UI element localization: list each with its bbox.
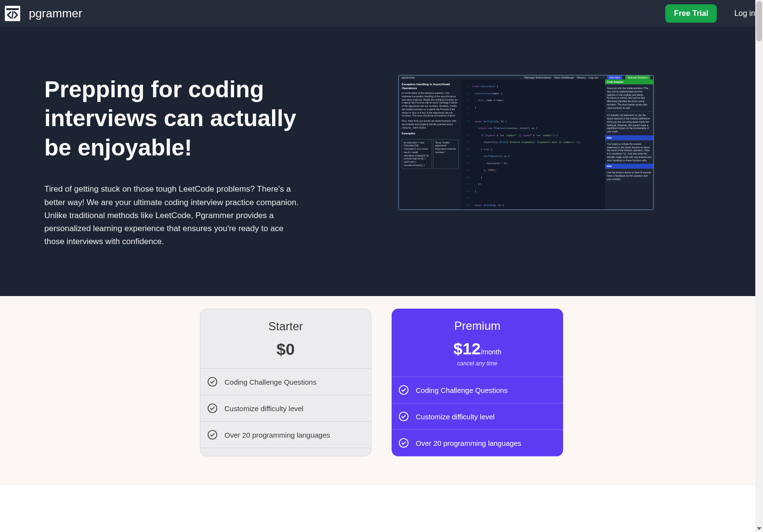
plan-feature-label: Over 20 programming languages — [224, 431, 330, 439]
plan-name: Premium — [401, 319, 553, 333]
plan-name: Starter — [210, 320, 361, 333]
shot-prompt-body2: Also, show how you would use these funct… — [402, 119, 459, 129]
check-circle-icon — [398, 411, 409, 422]
plan-premium: Premium $12/month cancel any time Coding… — [392, 309, 563, 456]
shot-prompt-panel: Exception Handling in Async/Await Operat… — [399, 79, 461, 210]
svg-point-3 — [399, 386, 408, 394]
plan-features: Coding Challenge Questions Customize dif… — [392, 377, 563, 456]
svg-point-2 — [208, 430, 217, 439]
svg-point-0 — [208, 377, 217, 386]
plan-feature-label: Coding Challenge Questions — [224, 378, 316, 386]
pricing-section: Starter $0 Coding Challenge Questions Cu… — [0, 296, 763, 485]
plan-feature-label: Customize difficulty level — [224, 404, 303, 413]
shot-examples-label: Examples — [402, 131, 459, 135]
hero-text: Prepping for coding interviews can actua… — [44, 75, 314, 248]
shot-menu-item: History — [577, 76, 586, 79]
shot-menu-item: Log out — [589, 76, 598, 79]
plan-feature-label: Over 20 programming languages — [416, 439, 521, 447]
brand-name[interactable]: pgrammer — [29, 7, 82, 20]
free-trial-button[interactable]: Free Trial — [665, 4, 717, 23]
check-circle-icon — [207, 376, 218, 387]
shot-panel-body: Great job with the implementation! The w… — [605, 84, 653, 111]
shot-hint-title: Hint — [605, 135, 653, 140]
hero-subtitle: Tired of getting stuck on those tough Le… — [44, 182, 304, 248]
plan-feature: Coding Challenge Questions — [200, 369, 371, 395]
shot-menu-item: New Challenge — [554, 76, 574, 79]
shot-hint-body: You forgot to include the resolve statem… — [605, 140, 653, 164]
shot-panel-title: Code Analysis — [605, 79, 653, 84]
shot-analysis-panel: Code Analysis Great job with the impleme… — [605, 79, 653, 210]
product-screenshot: pgrammer Manage Subscription New Challen… — [398, 75, 654, 210]
plan-feature: Over 20 programming languages — [392, 430, 563, 456]
shot-example-out: "Error: Invalid arguments: Arguments mus… — [433, 139, 459, 169]
shot-menu-item: Manage Subscription — [524, 76, 551, 79]
check-circle-icon — [207, 429, 218, 440]
plan-features: Coding Challenge Questions Customize dif… — [200, 369, 371, 448]
shot-panel-body2: It's actually not necessary to use the a… — [605, 111, 653, 135]
shot-brand: pgrammer — [402, 76, 415, 79]
shot-hint-title2: Hint — [605, 164, 653, 169]
hero-section: Prepping for coding interviews can actua… — [0, 27, 763, 296]
shot-editor: 1class Calculator { 2 constructor(name) … — [461, 79, 605, 210]
plan-price: $0 — [210, 340, 361, 359]
shot-submit-button: Submit Solution — [625, 76, 650, 79]
shot-hint-body2: Use the buttons above to have AI provide… — [605, 169, 653, 182]
plan-note: cancel any time — [401, 360, 553, 367]
plan-starter: Starter $0 Coding Challenge Questions Cu… — [200, 309, 371, 456]
logo-icon[interactable] — [5, 6, 20, 21]
plan-feature-label: Coding Challenge Questions — [416, 386, 508, 394]
plan-feature-label: Customize difficulty level — [416, 413, 495, 421]
hero-screenshot-container: pgrammer Manage Subscription New Challen… — [333, 75, 719, 210]
hero-title: Prepping for coding interviews can actua… — [44, 75, 314, 162]
top-navbar: pgrammer Free Trial Log in — [0, 0, 763, 27]
plan-feature: Customize difficulty level — [200, 395, 371, 422]
shot-example-code: let calculator = new Calculator('My Calc… — [402, 139, 432, 169]
shot-get-hint-button: Get Hint — [607, 76, 622, 79]
svg-point-5 — [399, 439, 408, 447]
shot-prompt-body: In continuation of the previous question… — [402, 91, 459, 117]
plan-price: $12/month — [401, 339, 553, 358]
svg-point-4 — [399, 412, 408, 421]
plan-feature: Customize difficulty level — [392, 403, 563, 430]
svg-point-1 — [208, 404, 217, 413]
check-circle-icon — [398, 385, 409, 395]
plan-feature: Over 20 programming languages — [200, 422, 371, 448]
check-circle-icon — [207, 403, 218, 414]
login-link[interactable]: Log in — [734, 9, 755, 18]
plan-feature: Coding Challenge Questions — [392, 377, 563, 403]
shot-prompt-title: Exception Handling in Async/Await Operat… — [402, 82, 459, 90]
check-circle-icon — [398, 438, 409, 448]
